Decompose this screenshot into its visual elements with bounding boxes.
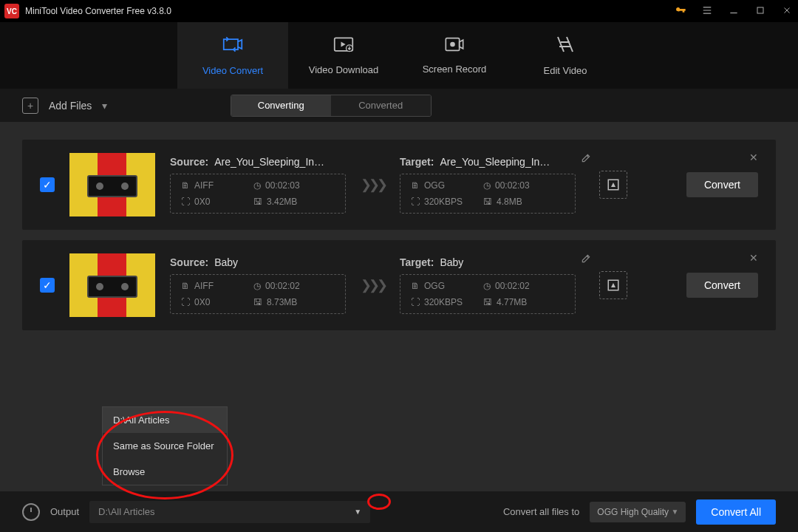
file-card: ✓ Source:Baby 🗎AIFF ◷00:02:02 ⛶0X0 🖫8.73… [22, 240, 776, 330]
size-icon: 🖫 [483, 297, 492, 307]
source-resolution: 0X0 [194, 297, 210, 307]
timer-icon[interactable] [22, 503, 40, 521]
record-icon [444, 37, 465, 56]
source-label: Source: [170, 156, 208, 168]
arrow-icon: ❯❯❯ [361, 177, 385, 193]
tab-label: Video Convert [202, 65, 263, 76]
menu-icon[interactable] [700, 5, 714, 18]
output-option-same-as-source[interactable]: Same as Source Folder [103, 433, 227, 459]
clock-icon: ◷ [253, 281, 261, 291]
tab-label: Edit Video [543, 65, 587, 76]
toolbar: + Add Files ▾ Converting Converted [0, 89, 798, 122]
remove-icon[interactable]: ✕ [749, 151, 758, 163]
clock-icon: ◷ [253, 180, 261, 191]
file-icon: 🗎 [411, 281, 420, 291]
source-filename: Are_You_Sleeping_In… [214, 156, 324, 168]
output-format-value: OGG High Quality [597, 507, 669, 517]
size-icon: 🖫 [253, 197, 262, 207]
tab-converted[interactable]: Converted [331, 95, 431, 116]
close-icon[interactable] [780, 5, 794, 17]
convert-button[interactable]: Convert [686, 273, 758, 298]
bitrate-icon: ⛶ [411, 197, 420, 207]
edit-icon[interactable] [581, 153, 591, 166]
app-logo-icon: VC [4, 4, 19, 18]
chevron-down-icon: ▼ [354, 508, 361, 516]
choose-format-button[interactable] [599, 171, 627, 199]
convert-button[interactable]: Convert [686, 172, 758, 197]
target-format: OGG [424, 180, 445, 191]
source-format: AIFF [194, 281, 214, 291]
add-files-label: Add Files [49, 100, 92, 112]
tab-video-convert[interactable]: Video Convert [177, 22, 288, 89]
file-icon: 🗎 [181, 180, 190, 191]
maximize-icon[interactable] [754, 5, 767, 17]
select-checkbox[interactable]: ✓ [40, 177, 55, 192]
add-files-button[interactable]: + Add Files ▾ [22, 98, 107, 114]
remove-icon[interactable]: ✕ [749, 252, 758, 264]
source-size: 8.73MB [267, 297, 297, 307]
key-icon[interactable] [674, 4, 687, 18]
file-card: ✓ Source:Are_You_Sleeping_In… 🗎AIFF ◷00:… [22, 140, 776, 230]
target-label: Target: [400, 156, 434, 168]
output-option-path[interactable]: D:\All Articles [103, 407, 227, 433]
source-format: AIFF [194, 180, 214, 191]
output-folder-menu: D:\All Articles Same as Source Folder Br… [102, 406, 228, 485]
chevron-down-icon: ▾ [102, 100, 107, 112]
bitrate-icon: ⛶ [411, 297, 420, 307]
size-icon: 🖫 [253, 297, 262, 307]
chevron-down-icon: ▼ [671, 508, 678, 516]
source-duration: 00:02:03 [265, 180, 300, 191]
file-list: ✓ Source:Are_You_Sleeping_In… 🗎AIFF ◷00:… [0, 122, 798, 330]
target-filename: Are_You_Sleeping_In… [440, 156, 550, 168]
file-icon: 🗎 [411, 180, 420, 191]
source-label: Source: [170, 256, 208, 268]
edit-icon [556, 35, 574, 58]
download-icon [333, 36, 354, 57]
tab-screen-record[interactable]: Screen Record [399, 22, 510, 89]
conversion-state-tabs: Converting Converted [231, 95, 432, 117]
convert-all-button[interactable]: Convert All [696, 499, 776, 525]
output-option-browse[interactable]: Browse [103, 459, 227, 485]
target-duration: 00:02:02 [495, 281, 530, 291]
target-format: OGG [424, 281, 445, 291]
svg-point-4 [450, 41, 455, 47]
output-folder-value: D:\All Articles [98, 506, 155, 517]
main-tabs: Video Convert Video Download Screen Reco… [0, 22, 798, 89]
output-label: Output [50, 506, 79, 517]
target-label: Target: [400, 256, 434, 268]
resolution-icon: ⛶ [181, 297, 190, 307]
clock-icon: ◷ [483, 180, 491, 191]
target-filename: Baby [440, 256, 463, 268]
choose-format-button[interactable] [599, 271, 627, 299]
convert-all-files-label: Convert all files to [503, 506, 579, 517]
target-meta: 🗎OGG ◷00:02:03 ⛶320KBPS 🖫4.8MB [400, 174, 576, 214]
tab-converting[interactable]: Converting [231, 95, 331, 116]
convert-icon [222, 35, 243, 58]
source-duration: 00:02:02 [265, 281, 300, 291]
output-format-select[interactable]: OGG High Quality ▼ [590, 502, 686, 522]
tab-label: Video Download [309, 64, 378, 75]
resolution-icon: ⛶ [181, 197, 190, 207]
thumbnail [69, 153, 155, 216]
tab-label: Screen Record [423, 64, 487, 75]
titlebar: VC MiniTool Video Converter Free v3.8.0 [0, 0, 798, 22]
tab-video-download[interactable]: Video Download [288, 22, 399, 89]
size-icon: 🖫 [483, 197, 492, 207]
output-folder-select[interactable]: D:\All Articles ▼ [89, 501, 370, 523]
file-icon: 🗎 [181, 281, 190, 291]
source-filename: Baby [214, 256, 238, 268]
tab-edit-video[interactable]: Edit Video [510, 22, 621, 89]
select-checkbox[interactable]: ✓ [40, 278, 55, 293]
edit-icon[interactable] [581, 253, 591, 266]
minimize-icon[interactable] [727, 5, 740, 18]
target-duration: 00:02:03 [495, 180, 530, 191]
app-title: MiniTool Video Converter Free v3.8.0 [25, 6, 674, 16]
svg-rect-0 [757, 7, 763, 13]
clock-icon: ◷ [483, 281, 491, 291]
arrow-icon: ❯❯❯ [361, 277, 385, 293]
target-size: 4.77MB [497, 297, 527, 307]
source-size: 3.42MB [267, 197, 297, 207]
source-meta: 🗎AIFF ◷00:02:03 ⛶0X0 🖫3.42MB [170, 174, 346, 214]
source-meta: 🗎AIFF ◷00:02:02 ⛶0X0 🖫8.73MB [170, 274, 346, 314]
source-resolution: 0X0 [194, 197, 210, 207]
